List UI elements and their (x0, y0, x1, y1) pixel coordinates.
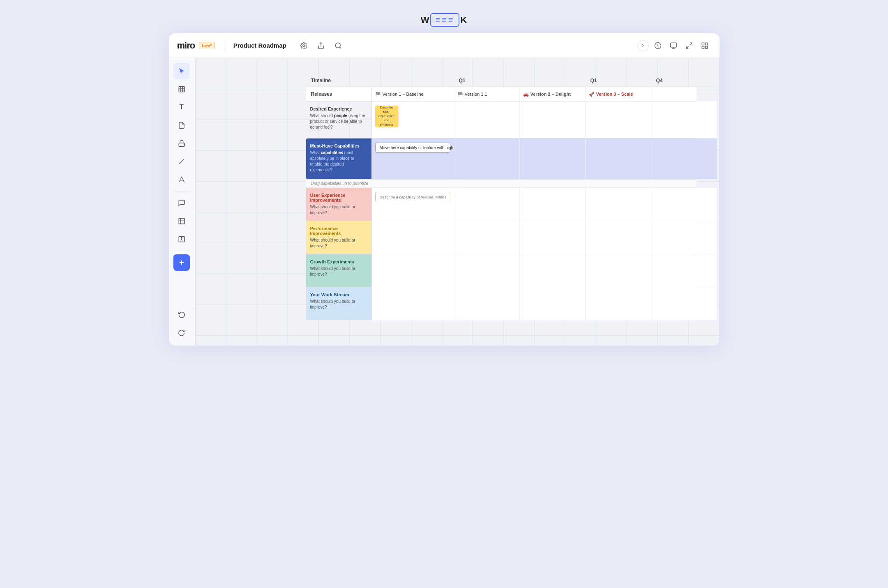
perf-q1 (454, 221, 520, 254)
ux-desc: What should you build or improve? (310, 204, 367, 216)
main-content: T (169, 58, 720, 346)
col-header-timeline: Timeline (306, 74, 372, 87)
tool-font[interactable] (173, 171, 190, 188)
svg-line-3 (339, 47, 341, 48)
release-v3: 🚀 Version 3 – Scale (586, 87, 651, 101)
free-badge: free* (199, 42, 215, 49)
sidebar: T (169, 58, 195, 346)
must-have-desc: What capabilities must absolutely be in … (310, 150, 367, 173)
tool-text[interactable]: T (173, 99, 190, 115)
release-v1: 🏁 Version 1 – Baseline (372, 87, 454, 101)
tool-pen[interactable] (173, 153, 190, 170)
row-growth: Growth Experiments What should you build… (306, 254, 697, 287)
perf-v2 (586, 221, 651, 254)
ux-input[interactable] (375, 192, 450, 202)
canvas-area[interactable]: Timeline Q1 Q1 Q4 Releases 🏁 Version 1 –… (195, 58, 720, 346)
header-icons (297, 39, 345, 52)
work-title: Your Work Stream (310, 292, 367, 297)
ux-q1 (454, 188, 520, 221)
app-window: miro free* Product Roadmap (169, 33, 720, 346)
desired-v2 (586, 101, 651, 138)
timer-button[interactable] (651, 39, 664, 52)
header-divider (224, 40, 224, 51)
search-button[interactable] (332, 39, 345, 52)
growth-content (372, 254, 454, 287)
svg-rect-5 (670, 43, 676, 47)
tool-comment[interactable] (173, 195, 190, 211)
sidebar-divider-1 (174, 191, 189, 191)
canvas-grid: Timeline Q1 Q1 Q4 Releases 🏁 Version 1 –… (195, 58, 720, 346)
header: miro free* Product Roadmap (169, 33, 720, 58)
svg-rect-13 (702, 46, 704, 48)
tool-frame[interactable] (173, 213, 190, 229)
settings-button[interactable] (297, 39, 310, 52)
ux-title: User Experience Improvements (310, 193, 367, 203)
releases-row: Releases 🏁 Version 1 – Baseline 🏁 Versio… (306, 87, 697, 101)
must-have-v11 (520, 138, 586, 179)
ux-v11 (520, 188, 586, 221)
tool-undo[interactable] (173, 306, 190, 323)
header-left: miro free* Product Roadmap (177, 39, 345, 52)
capability-card[interactable]: Move here capability or feature with hig… (375, 143, 450, 153)
perf-desc: What should you build or improve? (310, 238, 367, 249)
logo-w: W (421, 15, 430, 25)
release-v11: 🏁 Version 1.1 (454, 87, 520, 101)
label-must-have: Must-Have Capabilities What capabilities… (306, 138, 372, 179)
svg-rect-19 (179, 143, 185, 146)
growth-desc: What should you build or improve? (310, 266, 367, 277)
present-button[interactable] (667, 39, 680, 52)
top-bar: W ≡≡≡ K (8, 8, 880, 33)
ux-content (372, 188, 454, 221)
growth-title: Growth Experiments (310, 259, 367, 264)
sidebar-divider-2 (174, 251, 189, 251)
svg-point-2 (335, 43, 340, 48)
svg-rect-14 (179, 86, 185, 92)
growth-v3 (651, 254, 717, 287)
svg-rect-11 (705, 43, 707, 45)
svg-line-21 (180, 163, 180, 164)
row-work-stream: Your Work Stream What should you build o… (306, 287, 697, 320)
work-v3 (651, 287, 717, 320)
col-header-empty2 (520, 74, 586, 87)
tool-lock[interactable] (173, 135, 190, 152)
perf-content (372, 221, 454, 254)
svg-rect-10 (702, 43, 704, 45)
release-empty (651, 87, 717, 101)
col-header-q4: Q4 (651, 74, 717, 87)
ux-v2 (586, 188, 651, 221)
board-title: Product Roadmap (233, 42, 286, 49)
work-content (372, 287, 454, 320)
desired-title: Desired Experience (310, 106, 367, 111)
perf-v3 (651, 221, 717, 254)
sticky-note-desired[interactable]: Describe user experience and emotions (375, 106, 398, 127)
must-have-content: Move here capability or feature with hig… (372, 138, 454, 179)
must-have-q1 (454, 138, 520, 179)
label-work-stream: Your Work Stream What should you build o… (306, 287, 372, 320)
row-performance: Performance Improvements What should you… (306, 221, 697, 254)
label-ux: User Experience Improvements What should… (306, 188, 372, 221)
logo-lines: ≡≡≡ (430, 13, 459, 27)
row-must-have: Must-Have Capabilities What capabilities… (306, 138, 697, 180)
tool-add[interactable] (173, 254, 190, 271)
tool-redo[interactable] (173, 324, 190, 341)
svg-line-8 (690, 43, 692, 45)
share-button[interactable] (314, 39, 328, 52)
app-logo: miro (177, 40, 195, 51)
tool-select[interactable] (173, 63, 190, 79)
tool-upload[interactable] (173, 231, 190, 247)
svg-rect-23 (179, 218, 185, 224)
desired-content: Describe user experience and emotions (372, 101, 454, 138)
col-headers: Timeline Q1 Q1 Q4 (306, 74, 697, 87)
work-v11 (520, 287, 586, 320)
tool-frames[interactable] (173, 81, 190, 97)
row-desired-experience: Desired Experience What should people us… (306, 101, 697, 138)
releases-label: Releases (306, 87, 372, 101)
logo-k: K (460, 15, 467, 25)
tool-sticky[interactable] (173, 117, 190, 134)
fullscreen-button[interactable] (683, 39, 696, 52)
work-desc: What should you build or improve? (310, 299, 367, 310)
label-desired: Desired Experience What should people us… (306, 101, 372, 138)
collapse-button[interactable]: > (637, 40, 649, 51)
grid-button[interactable] (698, 39, 711, 52)
header-right: > (637, 39, 711, 52)
